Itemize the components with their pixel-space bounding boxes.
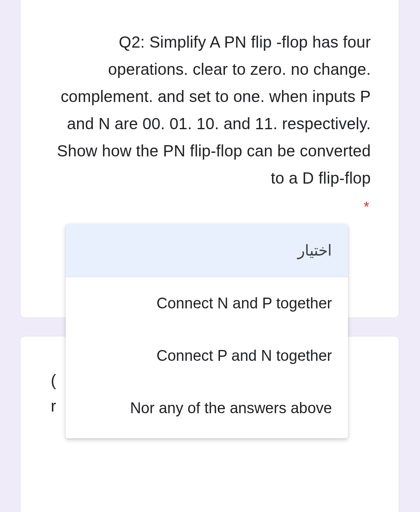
obscured-line-2: r <box>51 393 56 419</box>
question-text: Q2: Simplify A PN flip -flop has four op… <box>48 28 371 192</box>
required-indicator: * <box>48 199 369 216</box>
obscured-text: ( r <box>51 368 56 419</box>
dropdown-option-1[interactable]: Connect N and P together <box>66 277 348 330</box>
dropdown-option-2[interactable]: Connect P and N together <box>66 330 348 382</box>
obscured-line-1: ( <box>51 368 56 393</box>
dropdown-panel: اختيار Connect N and P together Connect … <box>66 224 348 438</box>
dropdown-selected[interactable]: اختيار <box>66 224 348 277</box>
dropdown-option-3[interactable]: Nor any of the answers above <box>66 382 348 438</box>
